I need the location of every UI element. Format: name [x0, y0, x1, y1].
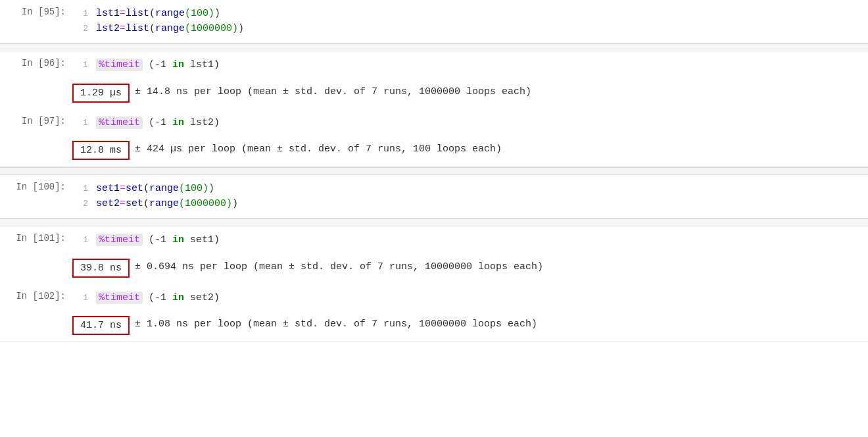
code-line: 1 %timeit (-1 in lst2) — [72, 116, 868, 131]
code-line: 2 lst2=list(range(1000000)) — [72, 22, 868, 37]
cell-100-code: 1 set1=set(range(100)) 2 set2=set(range(… — [72, 180, 868, 213]
cell-102-code: 1 %timeit (-1 in set2) — [72, 290, 868, 307]
output-row: 39.8 ns ± 0.694 ns per loop (mean ± std.… — [72, 259, 548, 278]
output-text-102: ± 1.08 ns per loop (mean ± std. dev. of … — [130, 316, 542, 332]
code-line: 1 set1=set(range(100)) — [72, 182, 868, 197]
code-text: %timeit (-1 in lst1) — [96, 58, 220, 73]
cell-96: In [96]: 1 %timeit (-1 in lst1) 1.29 µs … — [0, 51, 868, 167]
cell-96-output: 1.29 µs ± 14.8 ns per loop (mean ± std. … — [0, 80, 868, 109]
code-line: 1 %timeit (-1 in set1) — [72, 233, 868, 248]
output-label — [0, 316, 72, 335]
output-label — [0, 259, 72, 278]
line-number: 2 — [72, 22, 88, 36]
output-value-97: 12.8 ms — [72, 141, 130, 160]
notebook: In [95]: 1 lst1=list(range(100)) 2 lst2=… — [0, 0, 868, 437]
output-label — [0, 141, 72, 160]
line-number: 2 — [72, 197, 88, 211]
line-number: 1 — [72, 58, 88, 72]
cell-102-label: In [102]: — [0, 290, 72, 307]
line-number: 1 — [72, 182, 88, 195]
code-text: set2=set(range(1000000)) — [96, 197, 238, 212]
cell-divider — [0, 43, 868, 51]
code-text: set1=set(range(100)) — [96, 182, 214, 197]
cell-95: In [95]: 1 lst1=list(range(100)) 2 lst2=… — [0, 0, 868, 43]
cell-100: In [100]: 1 set1=set(range(100)) 2 set2=… — [0, 175, 868, 218]
code-text: %timeit (-1 in lst2) — [96, 116, 220, 131]
output-label — [0, 84, 72, 103]
cell-102-input: In [102]: 1 %timeit (-1 in set2) — [0, 284, 868, 313]
cell-101-label: In [101]: — [0, 232, 72, 249]
cell-95-input: In [95]: 1 lst1=list(range(100)) 2 lst2=… — [0, 0, 868, 43]
line-number: 1 — [72, 7, 88, 20]
output-row: 12.8 ms ± 424 µs per loop (mean ± std. d… — [72, 141, 507, 160]
cell-96-code: 1 %timeit (-1 in lst1) — [72, 57, 868, 74]
cell-100-input: In [100]: 1 set1=set(range(100)) 2 set2=… — [0, 175, 868, 218]
code-text: lst2=list(range(1000000)) — [96, 22, 244, 37]
cell-102-output: 41.7 ns ± 1.08 ns per loop (mean ± std. … — [0, 312, 868, 342]
cell-101-code: 1 %timeit (-1 in set1) — [72, 232, 868, 249]
code-line: 1 %timeit (-1 in set2) — [72, 291, 868, 306]
output-text-97: ± 424 µs per loop (mean ± std. dev. of 7… — [130, 141, 507, 157]
cell-101-input: In [101]: 1 %timeit (-1 in set1) — [0, 226, 868, 255]
output-value-102: 41.7 ns — [72, 316, 130, 335]
code-text: %timeit (-1 in set2) — [96, 291, 220, 306]
output-row: 41.7 ns ± 1.08 ns per loop (mean ± std. … — [72, 316, 542, 335]
output-text-101: ± 0.694 ns per loop (mean ± std. dev. of… — [130, 259, 548, 275]
code-line: 1 lst1=list(range(100)) — [72, 7, 868, 22]
cell-101-output: 39.8 ns ± 0.694 ns per loop (mean ± std.… — [0, 255, 868, 284]
cell-95-code: 1 lst1=list(range(100)) 2 lst2=list(rang… — [72, 5, 868, 38]
cell-97-label: In [97]: — [0, 115, 72, 132]
code-text: lst1=list(range(100)) — [96, 7, 220, 22]
line-number: 1 — [72, 116, 88, 130]
line-number: 1 — [72, 233, 88, 247]
output-value-101: 39.8 ns — [72, 259, 130, 278]
cell-96-label: In [96]: — [0, 57, 72, 74]
cell-96-input: In [96]: 1 %timeit (-1 in lst1) — [0, 51, 868, 80]
output-row: 1.29 µs ± 14.8 ns per loop (mean ± std. … — [72, 84, 537, 103]
cell-101: In [101]: 1 %timeit (-1 in set1) 39.8 ns… — [0, 226, 868, 342]
cell-divider — [0, 218, 868, 226]
cell-97-output: 12.8 ms ± 424 µs per loop (mean ± std. d… — [0, 137, 868, 167]
cell-97-code: 1 %timeit (-1 in lst2) — [72, 115, 868, 132]
code-line: 1 %timeit (-1 in lst1) — [72, 58, 868, 73]
output-text-96: ± 14.8 ns per loop (mean ± std. dev. of … — [130, 84, 537, 100]
cell-100-label: In [100]: — [0, 180, 72, 213]
cell-divider — [0, 167, 868, 175]
line-number: 1 — [72, 291, 88, 305]
cell-95-label: In [95]: — [0, 5, 72, 38]
output-value-96: 1.29 µs — [72, 84, 130, 103]
code-text: %timeit (-1 in set1) — [96, 233, 220, 248]
cell-97-input: In [97]: 1 %timeit (-1 in lst2) — [0, 109, 868, 138]
code-line: 2 set2=set(range(1000000)) — [72, 197, 868, 212]
